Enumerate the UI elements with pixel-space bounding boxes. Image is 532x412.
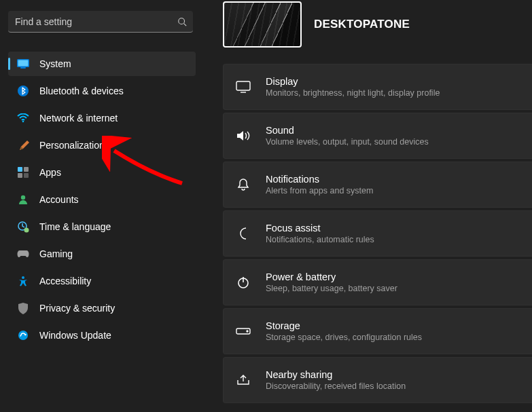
- nav-label: Accessibility: [39, 276, 91, 286]
- paintbrush-icon: [16, 138, 30, 152]
- share-icon: [234, 371, 252, 389]
- nav-apps[interactable]: Apps: [8, 160, 196, 185]
- settings-card-list: Display Monitors, brightness, night ligh…: [204, 64, 532, 403]
- search-input[interactable]: [8, 11, 171, 32]
- nav-label: Personalization: [39, 140, 105, 151]
- svg-rect-9: [18, 173, 22, 178]
- svg-point-21: [247, 331, 248, 332]
- svg-rect-16: [236, 81, 250, 90]
- card-title: Nearby sharing: [266, 369, 406, 380]
- nav-accessibility[interactable]: Accessibility: [8, 269, 196, 293]
- card-texts: Nearby sharing Discoverability, received…: [266, 369, 406, 391]
- wifi-icon: [16, 111, 30, 125]
- card-notifications[interactable]: Notifications Alerts from apps and syste…: [223, 162, 532, 208]
- card-title: Focus assist: [266, 223, 374, 233]
- card-texts: Notifications Alerts from apps and syste…: [266, 174, 373, 195]
- nav-system[interactable]: System: [8, 52, 196, 76]
- svg-rect-4: [20, 67, 26, 69]
- card-title: Storage: [266, 320, 422, 331]
- svg-point-0: [179, 18, 185, 24]
- card-texts: Sound Volume levels, output, input, soun…: [266, 125, 429, 147]
- card-subtitle: Notifications, automatic rules: [266, 235, 374, 244]
- card-subtitle: Alerts from apps and system: [266, 186, 373, 195]
- nav-label: Gaming: [39, 248, 73, 259]
- storage-icon: [234, 322, 252, 340]
- card-texts: Focus assist Notifications, automatic ru…: [266, 223, 374, 244]
- svg-rect-8: [24, 167, 29, 172]
- moon-icon: [234, 225, 252, 242]
- shield-icon: [16, 301, 30, 315]
- card-subtitle: Discoverability, received files location: [266, 381, 406, 391]
- nav-label: Privacy & security: [39, 303, 115, 314]
- sound-icon: [234, 127, 252, 145]
- card-power-battery[interactable]: Power & battery Sleep, battery usage, ba…: [223, 259, 532, 305]
- card-title: Display: [266, 76, 440, 87]
- card-subtitle: Sleep, battery usage, battery saver: [266, 284, 397, 293]
- svg-rect-10: [24, 173, 29, 178]
- card-texts: Power & battery Sleep, battery usage, ba…: [266, 271, 397, 293]
- display-icon: [234, 78, 252, 96]
- card-title: Power & battery: [266, 271, 397, 282]
- card-sound[interactable]: Sound Volume levels, output, input, soun…: [223, 113, 532, 159]
- desktop-thumbnail[interactable]: [223, 1, 302, 48]
- nav-label: Time & language: [39, 221, 111, 232]
- nav-bluetooth[interactable]: Bluetooth & devices: [8, 79, 196, 103]
- svg-point-15: [18, 331, 28, 340]
- nav-label: System: [39, 58, 71, 69]
- svg-point-13: [24, 227, 29, 232]
- nav-network[interactable]: Network & internet: [8, 106, 196, 130]
- nav-label: Apps: [39, 167, 61, 178]
- bell-icon: [234, 176, 252, 193]
- card-texts: Display Monitors, brightness, night ligh…: [266, 76, 440, 98]
- nav-windows-update[interactable]: Windows Update: [8, 323, 196, 348]
- card-subtitle: Storage space, drives, configuration rul…: [266, 333, 422, 342]
- search-box[interactable]: [8, 11, 193, 33]
- nav-privacy[interactable]: Privacy & security: [8, 296, 196, 320]
- card-texts: Storage Storage space, drives, configura…: [266, 320, 422, 342]
- bluetooth-icon: [16, 84, 30, 98]
- main-content: DESKTOPATONE Display Monitors, brightnes…: [204, 0, 532, 412]
- nav-list: System Bluetooth & devices Network & int…: [8, 52, 196, 350]
- card-focus-assist[interactable]: Focus assist Notifications, automatic ru…: [223, 210, 532, 257]
- card-nearby-sharing[interactable]: Nearby sharing Discoverability, received…: [223, 357, 532, 403]
- nav-accounts[interactable]: Accounts: [8, 187, 196, 212]
- card-subtitle: Volume levels, output, input, sound devi…: [266, 137, 429, 147]
- gamepad-icon: [16, 247, 30, 261]
- svg-rect-7: [18, 167, 22, 172]
- svg-point-14: [22, 276, 24, 279]
- card-subtitle: Monitors, brightness, night light, displ…: [266, 88, 440, 98]
- person-icon: [16, 193, 30, 206]
- card-title: Sound: [266, 125, 429, 136]
- nav-label: Network & internet: [39, 113, 118, 124]
- nav-gaming[interactable]: Gaming: [8, 242, 196, 266]
- device-name: DESKTOPATONE: [314, 18, 410, 31]
- sidebar: System Bluetooth & devices Network & int…: [0, 0, 204, 412]
- svg-line-1: [184, 23, 187, 26]
- update-icon: [16, 329, 30, 342]
- card-storage[interactable]: Storage Storage space, drives, configura…: [223, 308, 532, 354]
- nav-personalization[interactable]: Personalization: [8, 133, 196, 157]
- clock-globe-icon: [16, 220, 30, 233]
- svg-point-11: [21, 195, 25, 200]
- svg-point-6: [22, 121, 24, 123]
- device-header: DESKTOPATONE: [204, 1, 532, 64]
- apps-icon: [16, 166, 30, 179]
- nav-label: Accounts: [39, 194, 79, 205]
- system-icon: [16, 57, 30, 71]
- accessibility-icon: [16, 274, 30, 288]
- card-title: Notifications: [266, 174, 373, 185]
- nav-label: Windows Update: [39, 330, 111, 341]
- search-icon: [171, 11, 193, 33]
- nav-time-language[interactable]: Time & language: [8, 214, 196, 239]
- svg-rect-3: [18, 60, 29, 67]
- nav-label: Bluetooth & devices: [39, 86, 124, 96]
- power-icon: [234, 274, 252, 291]
- card-display[interactable]: Display Monitors, brightness, night ligh…: [223, 64, 532, 110]
